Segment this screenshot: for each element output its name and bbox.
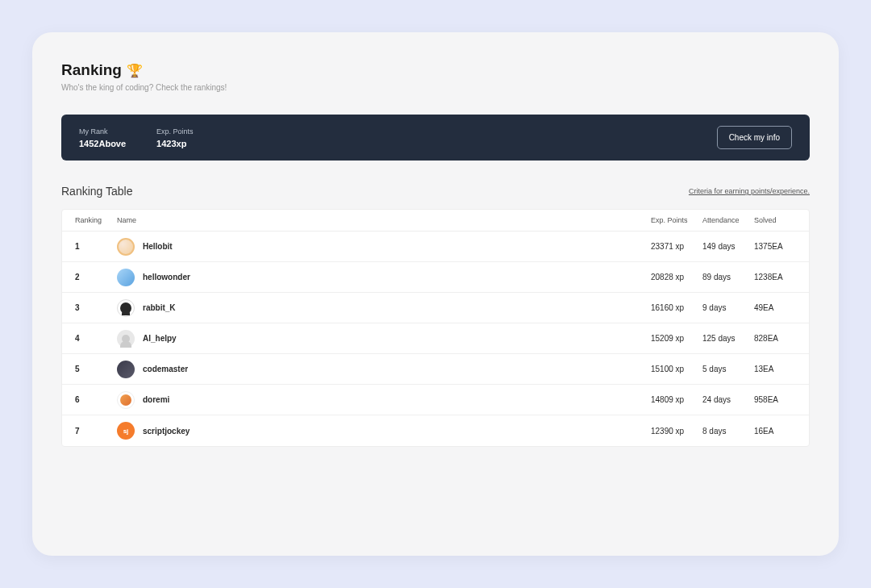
check-my-info-button[interactable]: Check my info [717, 126, 792, 149]
user-name: scriptjockey [143, 427, 190, 436]
page-title: Ranking [61, 61, 122, 79]
exp-cell: 15100 xp [651, 365, 702, 373]
rank-bar-stats: My Rank 1452Above Exp. Points 1423xp [79, 127, 194, 148]
exp-points-label: Exp. Points [156, 127, 194, 136]
table-row[interactable]: 3 rabbit_K 16160 xp 9 days 49EA [62, 293, 809, 323]
exp-cell: 14809 xp [651, 395, 702, 404]
exp-cell: 20828 xp [651, 273, 702, 281]
page-subtitle: Who's the king of coding? Check the rank… [61, 83, 810, 92]
table-row[interactable]: 2 hellowonder 20828 xp 89 days 1238EA [62, 262, 809, 293]
ranking-card: Ranking 🏆 Who's the king of coding? Chec… [32, 32, 839, 556]
attendance-cell: 5 days [702, 365, 754, 373]
col-header-exp: Exp. Points [651, 216, 702, 224]
avatar [117, 391, 135, 409]
attendance-cell: 8 days [702, 427, 754, 436]
solved-cell: 828EA [754, 334, 796, 343]
rank-cell: 4 [75, 334, 117, 343]
col-header-attendance: Attendance [702, 216, 754, 224]
rank-cell: 1 [75, 242, 117, 251]
name-cell: codemaster [117, 361, 651, 378]
user-name: rabbit_K [143, 303, 176, 312]
name-cell: rabbit_K [117, 299, 651, 317]
table-row[interactable]: 4 AI_helpy 15209 xp 125 days 828EA [62, 323, 809, 354]
solved-cell: 958EA [754, 395, 796, 404]
table-header-section: Ranking Table Criteria for earning point… [61, 185, 810, 198]
my-rank-item: My Rank 1452Above [79, 127, 126, 148]
exp-cell: 15209 xp [651, 334, 702, 343]
table-head: Ranking Name Exp. Points Attendance Solv… [62, 210, 809, 231]
name-cell: Hellobit [117, 238, 651, 256]
exp-cell: 23371 xp [651, 242, 702, 251]
name-cell: sj scriptjockey [117, 422, 651, 440]
avatar [117, 269, 135, 286]
table-row[interactable]: 1 Hellobit 23371 xp 149 days 1375EA [62, 231, 809, 262]
rank-cell: 2 [75, 273, 117, 281]
solved-cell: 13EA [754, 365, 796, 373]
my-rank-label: My Rank [79, 127, 126, 136]
user-name: Hellobit [143, 242, 173, 251]
attendance-cell: 149 days [702, 242, 754, 251]
user-name: codemaster [143, 365, 188, 373]
avatar [117, 238, 135, 256]
name-cell: doremi [117, 391, 651, 409]
exp-cell: 12390 xp [651, 427, 702, 436]
attendance-cell: 24 days [702, 395, 754, 404]
name-cell: hellowonder [117, 269, 651, 286]
rank-cell: 3 [75, 303, 117, 312]
avatar [117, 361, 135, 378]
avatar [117, 299, 135, 317]
attendance-cell: 9 days [702, 303, 754, 312]
rank-cell: 6 [75, 395, 117, 404]
user-name: AI_helpy [143, 334, 177, 343]
my-rank-bar: My Rank 1452Above Exp. Points 1423xp Che… [61, 115, 810, 161]
table-row[interactable]: 5 codemaster 15100 xp 5 days 13EA [62, 354, 809, 385]
attendance-cell: 125 days [702, 334, 754, 343]
ranking-table-title: Ranking Table [61, 185, 132, 198]
col-header-name: Name [117, 216, 651, 224]
solved-cell: 1375EA [754, 242, 796, 251]
col-header-solved: Solved [754, 216, 796, 224]
rank-cell: 5 [75, 365, 117, 373]
col-header-ranking: Ranking [75, 216, 117, 224]
table-row[interactable]: 6 doremi 14809 xp 24 days 958EA [62, 385, 809, 415]
attendance-cell: 89 days [702, 273, 754, 281]
my-rank-value: 1452Above [79, 139, 126, 148]
avatar [117, 330, 135, 348]
name-cell: AI_helpy [117, 330, 651, 348]
user-name: doremi [143, 395, 169, 404]
solved-cell: 1238EA [754, 273, 796, 281]
exp-points-item: Exp. Points 1423xp [156, 127, 194, 148]
ranking-table: Ranking Name Exp. Points Attendance Solv… [61, 209, 810, 447]
exp-points-value: 1423xp [156, 139, 194, 148]
avatar: sj [117, 422, 135, 440]
table-row[interactable]: 7 sj scriptjockey 12390 xp 8 days 16EA [62, 415, 809, 446]
rank-cell: 7 [75, 427, 117, 436]
exp-cell: 16160 xp [651, 303, 702, 312]
criteria-link[interactable]: Criteria for earning points/experience. [689, 187, 810, 195]
trophy-icon: 🏆 [127, 63, 143, 78]
title-row: Ranking 🏆 [61, 61, 810, 79]
user-name: hellowonder [143, 273, 190, 281]
solved-cell: 16EA [754, 427, 796, 436]
solved-cell: 49EA [754, 303, 796, 312]
